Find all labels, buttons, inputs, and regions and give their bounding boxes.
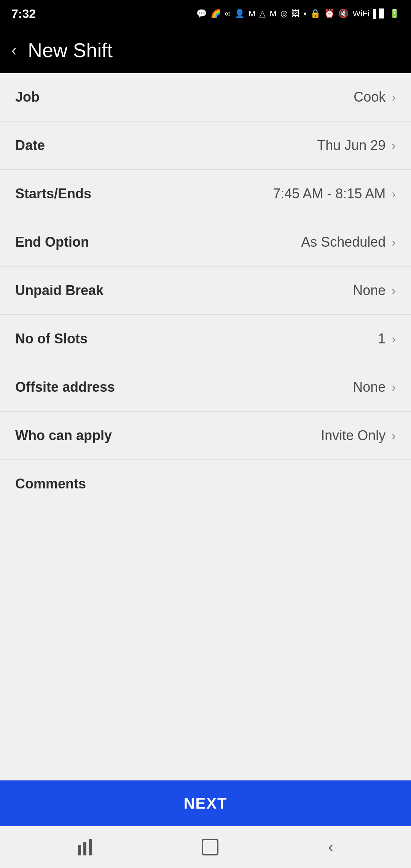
infinity-icon: ∞ <box>225 9 231 19</box>
status-icons: 💬 🌈 ∞ 👤 M △ M ◎ 🖼 • 🔒 ⏰ 🔇 WiFi ▌▊ 🔋 <box>196 9 400 19</box>
unpaid-break-chevron-icon: › <box>392 284 396 298</box>
date-label: Date <box>15 137 45 153</box>
date-chevron-icon: › <box>392 139 396 153</box>
job-chevron-icon: › <box>392 90 396 104</box>
home-button[interactable] <box>202 839 218 855</box>
messenger-icon: 💬 <box>196 9 207 19</box>
battery-icon: 🔋 <box>389 9 400 19</box>
offsite-address-chevron-icon: › <box>392 380 396 394</box>
offsite-address-value-container: None › <box>353 379 396 395</box>
unpaid-break-value: None <box>353 282 386 298</box>
starts-ends-row[interactable]: Starts/Ends 7:45 AM - 8:15 AM › <box>0 170 411 218</box>
recent-apps-button[interactable] <box>78 839 92 855</box>
unpaid-break-row[interactable]: Unpaid Break None › <box>0 266 411 315</box>
end-option-label: End Option <box>15 234 89 250</box>
status-bar: 7:32 💬 🌈 ∞ 👤 M △ M ◎ 🖼 • 🔒 ⏰ 🔇 WiFi ▌▊ 🔋 <box>0 0 411 27</box>
mute-icon: 🔇 <box>338 9 349 19</box>
wifi-icon: WiFi <box>352 9 369 19</box>
starts-ends-value-container: 7:45 AM - 8:15 AM › <box>273 186 396 202</box>
signal-icon: ▌▊ <box>373 9 386 19</box>
who-can-apply-value: Invite Only <box>321 428 386 444</box>
no-of-slots-value-container: 1 › <box>378 331 396 347</box>
end-option-value-container: As Scheduled › <box>301 234 396 250</box>
end-option-chevron-icon: › <box>392 235 396 249</box>
who-can-apply-chevron-icon: › <box>392 429 396 443</box>
job-label: Job <box>15 89 40 105</box>
page-title: New Shift <box>28 39 113 62</box>
nav-bar: ‹ <box>0 826 411 868</box>
date-value-container: Thu Jun 29 › <box>317 137 396 153</box>
shield-icon: 🔒 <box>310 9 320 19</box>
recent-apps-icon <box>78 839 92 855</box>
who-can-apply-row[interactable]: Who can apply Invite Only › <box>0 412 411 460</box>
job-row[interactable]: Job Cook › <box>0 73 411 121</box>
no-of-slots-value: 1 <box>378 331 386 347</box>
comments-label: Comments <box>15 476 86 491</box>
dot-icon: • <box>304 9 307 19</box>
next-button[interactable]: NEXT <box>0 780 411 826</box>
header: ‹ New Shift <box>0 27 411 73</box>
spacer <box>0 644 411 780</box>
starts-ends-label: Starts/Ends <box>15 186 91 202</box>
job-value-container: Cook › <box>354 89 396 105</box>
person-icon: 👤 <box>234 9 245 19</box>
date-value: Thu Jun 29 <box>317 137 386 153</box>
home-icon <box>202 839 218 855</box>
date-row[interactable]: Date Thu Jun 29 › <box>0 121 411 170</box>
end-option-value: As Scheduled <box>301 234 386 250</box>
no-of-slots-chevron-icon: › <box>392 332 396 346</box>
bottom-section: NEXT ‹ <box>0 780 411 868</box>
job-value: Cook <box>354 89 386 105</box>
offsite-address-value: None <box>353 379 386 395</box>
photos-icon: 🖼 <box>292 9 300 19</box>
comments-section: Comments <box>0 460 411 644</box>
starts-ends-chevron-icon: › <box>392 187 396 201</box>
gmail2-icon: M <box>269 9 276 19</box>
back-arrow-icon: ‹ <box>11 42 16 59</box>
who-can-apply-value-container: Invite Only › <box>321 428 396 444</box>
back-nav-icon: ‹ <box>328 839 333 855</box>
back-button[interactable]: ‹ <box>11 42 16 59</box>
unpaid-break-label: Unpaid Break <box>15 282 104 298</box>
no-of-slots-label: No of Slots <box>15 331 88 347</box>
instagram-icon: ◎ <box>280 9 288 19</box>
who-can-apply-label: Who can apply <box>15 428 112 444</box>
offsite-address-label: Offsite address <box>15 379 115 395</box>
form-content: Job Cook › Date Thu Jun 29 › Starts/Ends… <box>0 73 411 780</box>
alarm-icon: ⏰ <box>324 9 335 19</box>
no-of-slots-row[interactable]: No of Slots 1 › <box>0 315 411 363</box>
rainbow-icon: 🌈 <box>210 9 221 19</box>
drive-icon: △ <box>259 9 266 19</box>
unpaid-break-value-container: None › <box>353 282 396 298</box>
gmail-icon: M <box>249 9 255 19</box>
starts-ends-value: 7:45 AM - 8:15 AM <box>273 186 386 202</box>
offsite-address-row[interactable]: Offsite address None › <box>0 363 411 412</box>
status-time: 7:32 <box>11 7 36 21</box>
back-nav-button[interactable]: ‹ <box>328 839 333 855</box>
end-option-row[interactable]: End Option As Scheduled › <box>0 218 411 266</box>
